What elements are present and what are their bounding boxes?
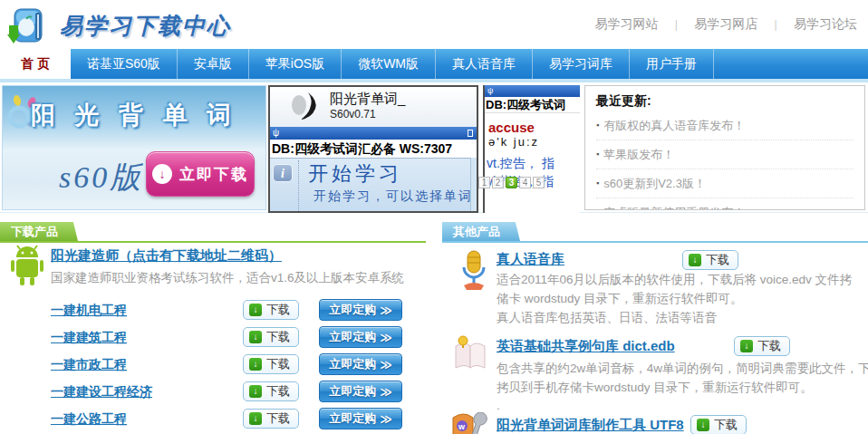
- order-button[interactable]: 立即定购≫: [319, 408, 402, 429]
- main-nav: 首 页 诺基亚S60版 安卓版 苹果iOS版 微软WM版 真人语音库 易学习词库…: [0, 49, 868, 79]
- banner-download-button[interactable]: ↓ 立即下载: [146, 151, 255, 197]
- recent-update-label: 苹果版发布！: [603, 148, 674, 161]
- status-bar: ψ: [270, 127, 477, 140]
- carousel-page-1[interactable]: 1: [478, 177, 490, 188]
- download-label: 下载: [266, 410, 290, 427]
- download-button[interactable]: ↓下载: [243, 409, 299, 429]
- recent-update-item[interactable]: ▪有版权的真人语音库发布！: [596, 111, 854, 140]
- download-arrow-icon: ↓: [689, 254, 701, 266]
- other-product-link-tool[interactable]: 阳光背单词词库制作工具 UTF8: [497, 417, 684, 434]
- product-link[interactable]: 一建机电工程: [51, 303, 127, 319]
- download-button[interactable]: ↓下载: [243, 354, 299, 374]
- banner-edition: s60版: [59, 157, 143, 198]
- carousel-page-4[interactable]: 4: [519, 177, 531, 188]
- order-label: 立即定购: [329, 356, 376, 372]
- menu-item-subtitle: 开始学习，可以选择单词词: [313, 188, 478, 205]
- product-link[interactable]: 一建建设工程经济: [51, 384, 152, 400]
- android-icon: [7, 245, 47, 286]
- nav-item-apple-ios[interactable]: 苹果iOS版: [249, 49, 342, 79]
- order-label: 立即定购: [329, 329, 376, 345]
- product-link-builder[interactable]: 阳光建造师（点击有下载地址二维码）: [51, 247, 282, 265]
- product-link[interactable]: 一建市政工程: [51, 357, 127, 373]
- order-label: 立即定购: [329, 302, 376, 318]
- header: 易学习下载中心 易学习网站｜易学习网店｜易学习论坛: [0, 0, 868, 49]
- download-arrow-icon: ↓: [152, 164, 172, 184]
- db-status-line: DB:四级考试词汇必备 WS:7307: [270, 140, 477, 158]
- other-product-desc: 适合2011年06月以后版本的软件使用，下载后将 voice.edv 文件拷: [497, 272, 852, 288]
- download-label: 下载: [706, 252, 729, 268]
- nav-item-windows-mobile[interactable]: 微软WM版: [342, 49, 436, 79]
- other-product-desc: 拷贝到手机存储卡wordstudy 目录下，重新运行软件即可。: [497, 380, 813, 396]
- other-product-desc: 真人语音库包括英语、日语、法语等语音: [497, 310, 717, 326]
- download-arrow-icon: ↓: [249, 304, 262, 316]
- carousel-page-5[interactable]: 5: [533, 177, 545, 188]
- nav-item-word-library[interactable]: 易学习词库: [533, 49, 630, 79]
- download-arrow-icon: ↓: [249, 331, 262, 343]
- menu-item-title: 开始学习: [308, 160, 402, 188]
- microphone-icon: [457, 249, 491, 291]
- download-label: 下载: [714, 417, 738, 433]
- order-button[interactable]: 立即定购≫: [319, 326, 402, 348]
- product-description: 国家建造师职业资格考试练习软件，适合v1.6及以上版本安卓系统: [51, 270, 404, 286]
- order-button[interactable]: 立即定购≫: [319, 353, 402, 375]
- antenna-icon: ψ: [487, 85, 493, 97]
- bullet-icon: ▪: [596, 121, 599, 130]
- order-button[interactable]: 立即定购≫: [319, 381, 402, 402]
- carousel-page-2[interactable]: 2: [492, 177, 504, 188]
- download-button[interactable]: ↓下载: [690, 415, 747, 434]
- order-arrow-icon: ≫: [380, 331, 392, 344]
- info-icon: i: [273, 164, 293, 182]
- recent-updates-panel: 最近更新: ▪有版权的真人语音库发布！ ▪苹果版发布！ ▪s60更新到V2.3版…: [584, 85, 865, 210]
- nav-item-nokia-s60[interactable]: 诺基亚S60版: [71, 49, 178, 79]
- header-link-shop[interactable]: 易学习网店: [694, 16, 757, 31]
- tab-other-products[interactable]: 其他产品: [442, 222, 520, 241]
- nav-item-android[interactable]: 安卓版: [178, 49, 249, 79]
- nav-item-home[interactable]: 首 页: [0, 49, 71, 79]
- recent-update-item[interactable]: ▪安卓版最新使用手册发布！: [596, 198, 854, 210]
- backpack-download-icon: [7, 4, 51, 47]
- green-underline: [0, 241, 426, 243]
- download-arrow-icon: ↓: [740, 340, 753, 352]
- recent-update-item[interactable]: ▪苹果版发布！: [596, 140, 854, 169]
- product-link[interactable]: 一建建筑工程: [51, 330, 127, 346]
- menu-divider: [298, 160, 299, 213]
- nav-item-voice-library[interactable]: 真人语音库: [436, 49, 533, 79]
- site-title: 易学习下载中心: [60, 11, 231, 41]
- download-label: 下载: [266, 356, 290, 372]
- header-link-website[interactable]: 易学习网站: [594, 16, 658, 31]
- carousel-page-3[interactable]: 3: [506, 177, 517, 188]
- status-bar: ψ: [485, 85, 580, 97]
- download-button[interactable]: ↓下载: [243, 300, 299, 320]
- recent-update-item[interactable]: ▪s60更新到V2.3版！: [596, 169, 854, 198]
- other-product-link-sentences[interactable]: 英语基础共享例句库 dict.edb: [497, 338, 675, 355]
- bullet-icon: ▪: [596, 207, 599, 210]
- order-button[interactable]: 立即定购≫: [319, 299, 402, 321]
- header-link-forum[interactable]: 易学习论坛: [794, 16, 857, 31]
- logo[interactable]: 易学习下载中心: [7, 4, 231, 47]
- app-title: 阳光背单词_: [330, 91, 405, 108]
- order-label: 立即定购: [329, 410, 376, 427]
- svg-text:w: w: [458, 422, 466, 431]
- dictionary-word: accuse: [488, 120, 535, 135]
- product-link[interactable]: 一建公路工程: [51, 411, 127, 428]
- order-arrow-icon: ≫: [380, 385, 392, 399]
- recent-updates-title: 最近更新:: [596, 93, 854, 110]
- promo-banner[interactable]: 阳 光 背 单 词 s60版 ↓ 立即下载: [2, 85, 266, 210]
- tab-download-products[interactable]: 下载产品: [0, 222, 78, 241]
- download-button[interactable]: ↓下载: [243, 381, 299, 401]
- download-button[interactable]: ↓下载: [243, 327, 299, 347]
- dictionary-phonetic: ə'k ju:z: [488, 135, 539, 149]
- order-label: 立即定购: [329, 383, 376, 400]
- banner-download-label: 立即下载: [179, 164, 248, 185]
- recent-update-label: s60更新到V2.3版！: [603, 177, 706, 190]
- promo-carousel: 阳 光 背 单 词 s60版 ↓ 立即下载 阳光背单词_ S60v0.71 ψ …: [0, 82, 868, 213]
- other-product-link-voice[interactable]: 真人语音库: [497, 251, 564, 268]
- download-label: 下载: [266, 329, 290, 345]
- link-separator: ｜: [770, 18, 781, 31]
- nav-item-user-manual[interactable]: 用户手册: [630, 49, 714, 79]
- download-arrow-icon: ↓: [249, 412, 262, 425]
- scrollbar[interactable]: [470, 158, 477, 211]
- download-button[interactable]: ↓下载: [682, 250, 738, 270]
- download-button[interactable]: ↓下载: [734, 336, 790, 356]
- db-status-line: DB:四级考试词: [485, 97, 580, 113]
